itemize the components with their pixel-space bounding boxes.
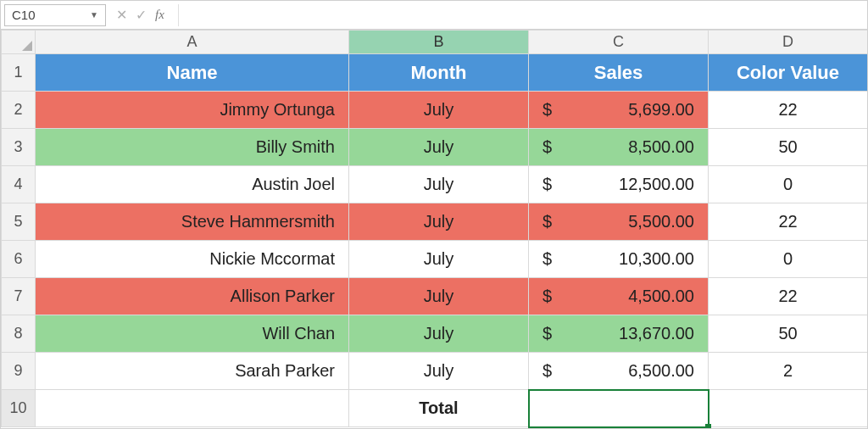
cell-B3[interactable]: July — [349, 129, 529, 166]
cell-D5[interactable]: 22 — [709, 203, 868, 241]
cell-D4[interactable]: 0 — [709, 166, 868, 203]
row-header-2[interactable]: 2 — [2, 92, 36, 129]
name-box-dropdown-icon[interactable]: ▼ — [90, 10, 98, 20]
cell-A5[interactable]: Steve Hammersmith — [36, 203, 349, 241]
cell-C8[interactable]: $13,670.00 — [529, 315, 709, 353]
sales-value: $5,500.00 — [529, 203, 708, 240]
select-all-corner[interactable] — [2, 31, 36, 54]
month-value: July — [349, 241, 528, 277]
cell-B7[interactable]: July — [349, 278, 529, 315]
cell-D6[interactable]: 0 — [709, 241, 868, 278]
row-header-7[interactable]: 7 — [2, 278, 36, 315]
name-value: Nickie Mccormat — [36, 241, 348, 277]
cell-A6[interactable]: Nickie Mccormat — [36, 241, 349, 278]
row-header-1[interactable]: 1 — [2, 54, 36, 92]
cell-B10[interactable]: Total — [349, 390, 529, 427]
cell-A4[interactable]: Austin Joel — [36, 166, 349, 203]
sales-value: $4,500.00 — [529, 278, 708, 315]
cancel-icon[interactable]: ✕ — [116, 7, 127, 23]
excel-window: C10 ▼ ✕ ✓ fx A B C D 1NameMon — [0, 0, 868, 429]
name-value: Steve Hammersmith — [36, 203, 348, 240]
cell-B8[interactable]: July — [349, 315, 529, 353]
name-value: Sarah Parker — [36, 353, 348, 389]
enter-icon[interactable]: ✓ — [136, 7, 147, 23]
table-row: 6Nickie MccormatJuly$10,300.000 — [2, 241, 868, 278]
sales-value: $5,699.00 — [529, 92, 708, 128]
cell-B1[interactable]: Month — [349, 54, 529, 92]
cell-C10[interactable] — [529, 390, 709, 427]
column-header-row: A B C D — [2, 31, 868, 54]
colorvalue-value: 0 — [709, 241, 867, 277]
cell-C3[interactable]: $8,500.00 — [529, 129, 709, 166]
table-row: 9Sarah ParkerJuly$6,500.002 — [2, 353, 868, 390]
currency-symbol: $ — [542, 212, 552, 231]
cell-D1[interactable]: Color Value — [709, 54, 868, 92]
row-header-3[interactable]: 3 — [2, 129, 36, 166]
cell-B2[interactable]: July — [349, 92, 529, 129]
cell-A7[interactable]: Allison Parker — [36, 278, 349, 315]
cell-B9[interactable]: July — [349, 353, 529, 390]
cell-D9[interactable]: 2 — [709, 353, 868, 390]
cell-A2[interactable]: Jimmy Ortunga — [36, 92, 349, 129]
cell-A10[interactable] — [36, 390, 349, 427]
cell-B4[interactable]: July — [349, 166, 529, 203]
name-box[interactable]: C10 ▼ — [4, 4, 106, 26]
col-header-A[interactable]: A — [36, 31, 349, 54]
col-header-C[interactable]: C — [529, 31, 709, 54]
cell-D3[interactable]: 50 — [709, 129, 868, 166]
sales-value: $12,500.00 — [529, 166, 708, 203]
cell-C4[interactable]: $12,500.00 — [529, 166, 709, 203]
formula-input[interactable] — [178, 4, 864, 26]
cell-D7[interactable]: 22 — [709, 278, 868, 315]
month-value: July — [349, 278, 528, 315]
cell-A8[interactable]: Will Chan — [36, 315, 349, 353]
cell-A1[interactable]: Name — [36, 54, 349, 92]
cell-C6[interactable]: $10,300.00 — [529, 241, 709, 278]
table-row: 5Steve HammersmithJuly$5,500.0022 — [2, 203, 868, 241]
currency-symbol: $ — [542, 249, 552, 269]
cell-C2[interactable]: $5,699.00 — [529, 92, 709, 129]
cells-table: A B C D 1NameMonthSalesColor Value2Jimmy… — [1, 30, 868, 427]
table-row: 2Jimmy OrtungaJuly$5,699.0022 — [2, 92, 868, 129]
cell-A9[interactable]: Sarah Parker — [36, 353, 349, 390]
header-sales: Sales — [529, 54, 708, 91]
cell-D2[interactable]: 22 — [709, 92, 868, 129]
colorvalue-value: 22 — [709, 92, 867, 128]
formula-bar: C10 ▼ ✕ ✓ fx — [1, 1, 867, 30]
colorvalue-value: 50 — [709, 129, 867, 165]
sales-value: $10,300.00 — [529, 241, 708, 277]
row-header-4[interactable]: 4 — [2, 166, 36, 203]
month-value: July — [349, 92, 528, 128]
sales-value: $13,670.00 — [529, 315, 708, 352]
cell-C7[interactable]: $4,500.00 — [529, 278, 709, 315]
col-header-D[interactable]: D — [709, 31, 868, 54]
cell-C1[interactable]: Sales — [529, 54, 709, 92]
header-colorvalue: Color Value — [709, 54, 867, 91]
name-value: Austin Joel — [36, 166, 348, 203]
col-header-B[interactable]: B — [349, 31, 529, 54]
table-row: 3Billy SmithJuly$8,500.0050 — [2, 129, 868, 166]
currency-symbol: $ — [542, 175, 552, 194]
colorvalue-value: 22 — [709, 278, 867, 315]
cell-B6[interactable]: July — [349, 241, 529, 278]
grid[interactable]: A B C D 1NameMonthSalesColor Value2Jimmy… — [1, 30, 867, 427]
fx-icon[interactable]: fx — [155, 8, 164, 22]
header-month: Month — [349, 54, 528, 91]
cell-B5[interactable]: July — [349, 203, 529, 241]
row-header-9[interactable]: 9 — [2, 353, 36, 390]
cell-C9[interactable]: $6,500.00 — [529, 353, 709, 390]
row-header-5[interactable]: 5 — [2, 203, 36, 241]
month-value: July — [349, 203, 528, 240]
cell-A3[interactable]: Billy Smith — [36, 129, 349, 166]
row-header-10[interactable]: 10 — [2, 390, 36, 427]
name-value: Will Chan — [36, 315, 348, 352]
cell-D10[interactable] — [709, 390, 868, 427]
cell-C5[interactable]: $5,500.00 — [529, 203, 709, 241]
sales-value: $8,500.00 — [529, 129, 708, 165]
colorvalue-value: 50 — [709, 315, 867, 352]
cell-D8[interactable]: 50 — [709, 315, 868, 353]
table-row-header: 1NameMonthSalesColor Value — [2, 54, 868, 92]
row-header-6[interactable]: 6 — [2, 241, 36, 278]
colorvalue-value: 2 — [709, 353, 867, 389]
row-header-8[interactable]: 8 — [2, 315, 36, 353]
